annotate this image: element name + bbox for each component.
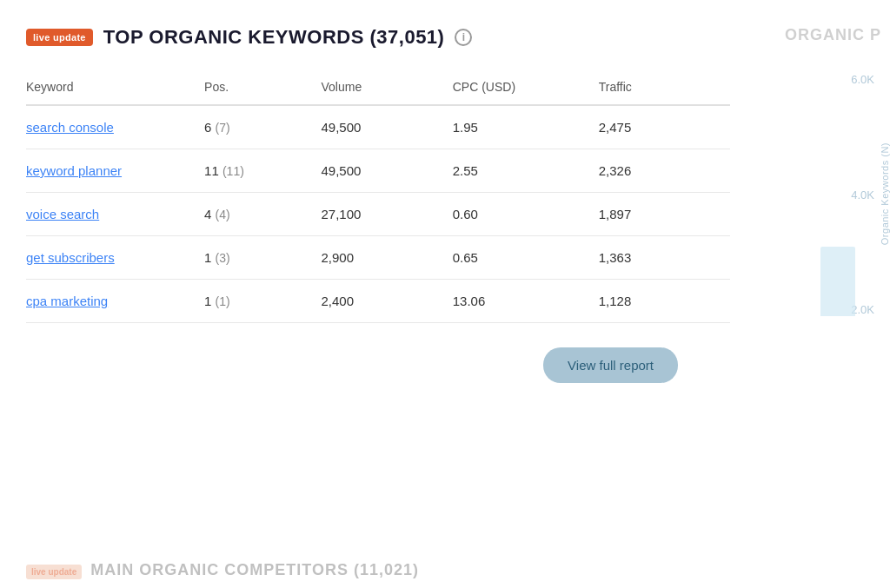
td-cpc: 1.95	[453, 105, 599, 149]
bottom-title: MAIN ORGANIC COMPETITORS (11,021)	[90, 561, 419, 579]
organic-p-label: ORGANIC P	[785, 26, 881, 44]
page-container: live update TOP ORGANIC KEYWORDS (37,051…	[0, 0, 890, 588]
keyword-link[interactable]: voice search	[26, 207, 99, 221]
chart-bar-area	[820, 90, 864, 316]
td-keyword: search console	[26, 105, 204, 149]
td-keyword: voice search	[26, 193, 204, 236]
bottom-badge: live update	[26, 565, 82, 579]
td-volume: 49,500	[322, 149, 453, 193]
td-pos: 11 (11)	[204, 149, 321, 193]
td-traffic: 1,128	[599, 280, 730, 323]
pos-secondary: (7)	[216, 121, 230, 135]
td-cpc: 0.65	[453, 236, 599, 280]
td-pos: 4 (4)	[204, 193, 321, 236]
td-pos: 1 (3)	[204, 236, 321, 280]
table-row: cpa marketing1 (1)2,40013.061,128	[26, 280, 730, 323]
table-header-row: Keyword Pos. Volume CPC (USD) Traffic	[26, 73, 730, 105]
td-traffic: 1,897	[599, 193, 730, 236]
keyword-link[interactable]: search console	[26, 120, 114, 135]
td-volume: 27,100	[322, 193, 453, 236]
td-keyword: get subscribers	[26, 236, 204, 280]
table-row: search console6 (7)49,5001.952,475	[26, 105, 730, 149]
header-row: live update TOP ORGANIC KEYWORDS (37,051…	[26, 26, 890, 49]
table-row: get subscribers1 (3)2,9000.651,363	[26, 236, 730, 280]
chart-y-axis-title: Organic Keywords (N)	[880, 142, 890, 245]
td-traffic: 2,326	[599, 149, 730, 193]
td-cpc: 0.60	[453, 193, 599, 236]
td-cpc: 13.06	[453, 280, 599, 323]
chart-bar	[820, 247, 855, 316]
main-content: Keyword Pos. Volume CPC (USD) Traffic	[26, 73, 890, 383]
col-header-traffic: Traffic	[599, 73, 730, 105]
table-section: Keyword Pos. Volume CPC (USD) Traffic	[26, 73, 730, 383]
td-keyword: cpa marketing	[26, 280, 204, 323]
keywords-table: Keyword Pos. Volume CPC (USD) Traffic	[26, 73, 730, 323]
pos-secondary: (3)	[216, 251, 230, 265]
keyword-link[interactable]: cpa marketing	[26, 294, 108, 308]
keyword-link[interactable]: get subscribers	[26, 250, 115, 265]
td-traffic: 2,475	[599, 105, 730, 149]
page-title: TOP ORGANIC KEYWORDS (37,051)	[103, 26, 445, 49]
live-update-badge: live update	[26, 29, 93, 46]
td-traffic: 1,363	[599, 236, 730, 280]
table-row: keyword planner11 (11)49,5002.552,326	[26, 149, 730, 193]
col-header-keyword: Keyword	[26, 73, 204, 105]
chart-section: 6.0K 4.0K 2.0K Organic Keywords (N)	[751, 73, 890, 386]
col-header-cpc: CPC (USD)	[453, 73, 599, 105]
td-keyword: keyword planner	[26, 149, 204, 193]
pos-secondary: (1)	[216, 294, 230, 308]
table-row: voice search4 (4)27,1000.601,897	[26, 193, 730, 236]
chart-y-label-6k: 6.0K	[851, 73, 874, 86]
col-header-volume: Volume	[322, 73, 453, 105]
bottom-section: live update MAIN ORGANIC COMPETITORS (11…	[0, 519, 890, 588]
td-cpc: 2.55	[453, 149, 599, 193]
keyword-link[interactable]: keyword planner	[26, 163, 122, 178]
td-volume: 2,400	[322, 280, 453, 323]
td-volume: 49,500	[322, 105, 453, 149]
td-pos: 1 (1)	[204, 280, 321, 323]
pos-secondary: (4)	[216, 208, 230, 221]
col-header-pos: Pos.	[204, 73, 321, 105]
info-icon[interactable]: i	[455, 29, 472, 46]
td-volume: 2,900	[322, 236, 453, 280]
td-pos: 6 (7)	[204, 105, 321, 149]
pos-secondary: (11)	[222, 164, 244, 178]
view-full-report-button[interactable]: View full report	[543, 347, 678, 383]
